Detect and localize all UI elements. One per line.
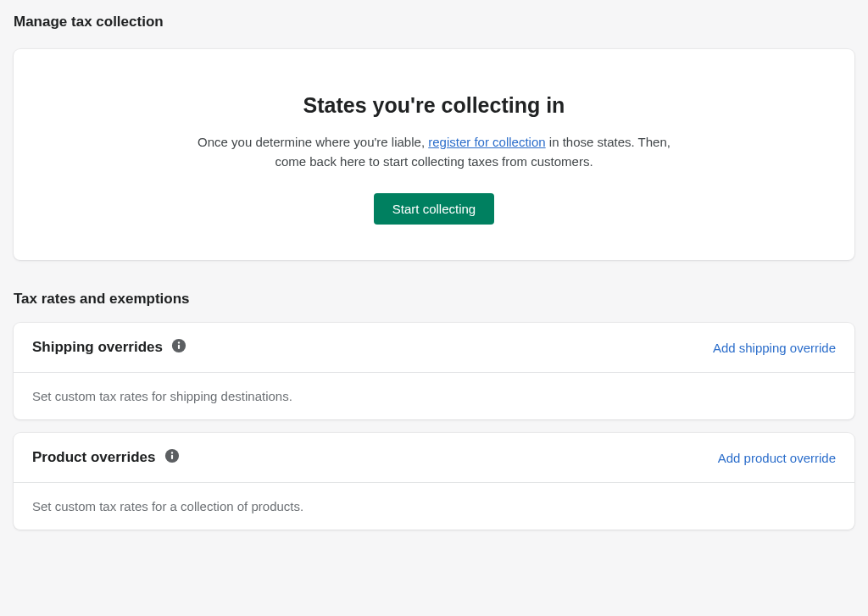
add-shipping-override-link[interactable]: Add shipping override — [713, 341, 836, 355]
svg-rect-5 — [170, 455, 172, 459]
product-overrides-body: Set custom tax rates for a collection of… — [14, 483, 854, 530]
hero-description: Once you determine where you're liable, … — [197, 133, 671, 171]
info-icon[interactable] — [164, 448, 180, 467]
info-icon[interactable] — [171, 338, 186, 357]
shipping-overrides-title-wrap: Shipping overrides — [32, 338, 186, 357]
svg-point-4 — [170, 452, 172, 453]
add-product-override-link[interactable]: Add product override — [718, 451, 836, 465]
hero-title: States you're collecting in — [64, 93, 804, 118]
shipping-overrides-card: Shipping overrides Add shipping override… — [14, 323, 854, 419]
shipping-overrides-header: Shipping overrides Add shipping override — [14, 323, 854, 373]
rates-section-title: Tax rates and exemptions — [14, 291, 854, 308]
product-overrides-title-wrap: Product overrides — [32, 448, 180, 467]
product-overrides-card: Product overrides Add product override S… — [14, 433, 854, 530]
page-title: Manage tax collection — [14, 14, 854, 31]
product-overrides-title: Product overrides — [32, 449, 156, 466]
start-collecting-button[interactable]: Start collecting — [374, 193, 494, 225]
hero-desc-part1: Once you determine where you're liable, — [198, 135, 428, 149]
svg-rect-2 — [178, 345, 180, 349]
product-overrides-header: Product overrides Add product override — [14, 433, 854, 483]
register-for-collection-link[interactable]: register for collection — [428, 135, 545, 149]
collecting-states-card: States you're collecting in Once you det… — [14, 49, 854, 260]
svg-point-1 — [178, 341, 180, 343]
shipping-overrides-title: Shipping overrides — [32, 339, 163, 356]
shipping-overrides-body: Set custom tax rates for shipping destin… — [14, 373, 854, 419]
